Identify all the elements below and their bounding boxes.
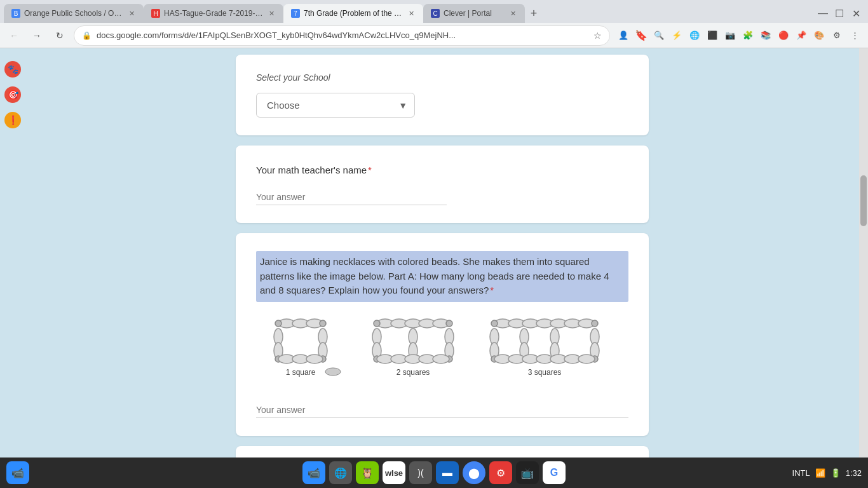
app7-taskbar-icon[interactable]: ▬ [436,461,459,484]
svg-point-21 [446,320,452,327]
content-area: 🐾 🎯 ❗ Select your School Choose School A… [0,48,868,458]
extension3-icon[interactable]: ⚡ [668,27,685,44]
necklace-answer-input[interactable] [256,402,628,418]
extension10-icon[interactable]: 📌 [793,27,810,44]
school-dropdown[interactable]: Choose School A School B [256,93,415,118]
select-school-label: Select your School [256,72,628,83]
alert-icon[interactable]: ❗ [4,112,21,128]
app6-taskbar-icon[interactable]: )( [409,461,432,484]
taskbar-center: 📹 🌐 🦉 wlse )( ▬ ⬤ ⚙ � [302,461,566,484]
browser-taskbar-icon[interactable]: 🌐 [329,461,352,484]
svg-point-61 [578,355,595,363]
tab-label-clever: Clever | Portal [444,9,505,18]
scrollbar-thumb[interactable] [860,175,867,226]
address-bar-row: ← → ↻ 🔒 docs.google.com/forms/d/e/1FAIpQ… [0,23,868,48]
school-select-card: Select your School Choose School A Schoo… [236,55,649,135]
account-icon[interactable]: 👤 [615,27,632,44]
form-content: Select your School Choose School A Schoo… [236,48,649,458]
svg-point-43 [491,320,498,327]
right-scrollbar[interactable] [859,48,868,458]
extension8-icon[interactable]: 📚 [757,27,774,44]
app10-taskbar-icon[interactable]: 📺 [516,461,539,484]
tab-favicon-has: H [151,9,160,18]
tab-close-7th[interactable]: ✕ [407,8,416,19]
svg-point-44 [592,320,598,327]
left-sidebar: 🐾 🎯 ❗ [0,48,25,458]
reload-button[interactable]: ↻ [51,27,69,44]
bead-pattern-svg: 1 square [261,315,623,384]
browser-window: B Orange Public Schools / Overvie ✕ H HA… [0,0,868,488]
google-taskbar-icon[interactable]: G [543,461,566,484]
svg-point-14 [306,355,323,363]
svg-point-35 [433,355,449,363]
tab-close-has[interactable]: ✕ [268,8,276,19]
teacher-question-label: Your math teacher's name* [256,163,628,177]
zoom-taskbar-icon[interactable]: 📹 [302,461,325,484]
svg-point-20 [374,320,380,327]
tab-bar: B Orange Public Schools / Overvie ✕ H HA… [0,0,868,23]
extension2-icon[interactable]: 🔍 [651,27,667,44]
required-star-teacher: * [368,165,372,175]
tab-has[interactable]: H HAS-Tague-Grade 7-2019-2020 ... ✕ [144,4,283,23]
taskbar-right: INTL 📶 🔋 1:32 [792,468,862,478]
extension11-icon[interactable]: 🎨 [811,27,827,44]
extension5-icon[interactable]: ⬛ [704,27,721,44]
minimize-button[interactable]: — [815,5,831,22]
svg-point-5 [320,320,326,327]
extension12-icon[interactable]: ⚙ [829,27,845,44]
tab-bb[interactable]: B Orange Public Schools / Overvie ✕ [4,4,144,23]
tab-favicon-clever: C [431,9,440,18]
time-display: 1:32 [846,468,862,478]
close-window-button[interactable]: ✕ [848,5,864,22]
svg-point-0 [325,368,341,376]
necklace-question-text: Janice is making necklaces with colored … [256,251,628,302]
wlse-taskbar-icon[interactable]: wlse [383,461,405,484]
required-star-necklace: * [490,285,494,295]
taskbar: 📹 📹 🌐 🦉 wlse )( ▬ ⬤ [0,458,868,488]
wifi-icon: 📶 [815,468,825,478]
tab-close-bb[interactable]: ✕ [128,8,136,19]
tab-label-bb: Orange Public Schools / Overvie [24,9,124,18]
bookmark-icon[interactable]: ☆ [593,30,602,41]
app9-taskbar-icon[interactable]: ⚙ [489,461,512,484]
back-button[interactable]: ← [5,27,23,44]
lock-icon: 🔒 [82,31,92,40]
extension7-icon[interactable]: 🧩 [740,27,756,44]
necklace-question-card: Janice is making necklaces with colored … [236,233,649,436]
extension4-icon[interactable]: 🌐 [686,27,703,44]
tab-label-7th: 7th Grade (Problem of the Wee... [304,9,403,18]
extension6-icon[interactable]: 📷 [722,27,738,44]
paw-icon[interactable]: 🐾 [4,61,21,78]
maximize-button[interactable]: ☐ [831,5,848,22]
label-2square: 2 squares [397,368,430,377]
chrome-taskbar-icon[interactable]: ⬤ [463,461,485,484]
forward-button[interactable]: → [28,27,46,44]
target-icon[interactable]: 🎯 [4,86,21,103]
label-3square: 3 squares [528,368,562,377]
battery-icon: 🔋 [831,468,841,478]
label-1square: 1 square [286,368,316,377]
tab-favicon-7th: 7 [291,9,300,18]
partial-question-card: Janice is making necklaces with colored … [236,446,649,458]
form-area: Select your School Choose School A Schoo… [25,48,859,458]
extension9-icon[interactable]: 🔴 [775,27,792,44]
teacher-name-input[interactable] [256,189,447,205]
address-text: docs.google.com/forms/d/e/1FAIpQLSenBrXO… [97,30,588,40]
tab-clever[interactable]: C Clever | Portal ✕ [423,4,525,23]
bead-image-container: 1 square [256,315,628,384]
school-select-wrapper: Choose School A School B ▼ [256,93,415,118]
toolbar-icons: 👤 🔖 🔍 ⚡ 🌐 ⬛ 📷 🧩 📚 🔴 📌 🎨 ⚙ ⋮ [615,27,863,44]
menu-button[interactable]: ⋮ [846,27,863,44]
tab-close-clever[interactable]: ✕ [509,8,517,19]
svg-point-4 [275,320,281,327]
address-box[interactable]: 🔒 docs.google.com/forms/d/e/1FAIpQLSenBr… [74,25,610,46]
tab-7th[interactable]: 7 7th Grade (Problem of the Wee... ✕ [283,4,423,23]
new-tab-button[interactable]: + [525,4,543,22]
duolingo-taskbar-icon[interactable]: 🦉 [356,461,379,484]
zoom-icon[interactable]: 📹 [6,461,29,484]
keyboard-layout: INTL [792,468,810,478]
tab-favicon-bb: B [11,9,20,18]
taskbar-left: 📹 [6,461,29,484]
teacher-name-card: Your math teacher's name* [236,146,649,223]
extension1-icon[interactable]: 🔖 [633,27,649,44]
